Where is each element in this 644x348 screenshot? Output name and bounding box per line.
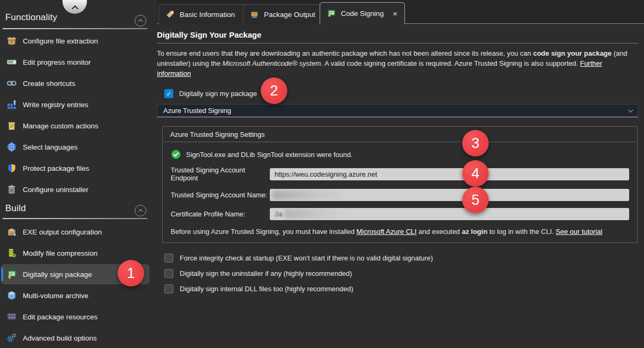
redacted-value-blur: [285, 210, 348, 219]
status-text: SignTool.exe and DLib SignTool extension…: [186, 151, 352, 159]
panel-collapse-button[interactable]: [63, 0, 87, 14]
sidebar-item-label: Advanced build options: [23, 334, 97, 342]
page-title: Digitally Sign Your Package: [157, 30, 638, 39]
sidebar-item-exe-output-configuration[interactable]: EXE output configuration: [1, 221, 149, 242]
collapse-functionality-button[interactable]: [135, 15, 146, 27]
sidebar-item-label: Digitally sign package: [23, 271, 92, 279]
trash-icon: [6, 184, 17, 195]
sidebar-item-configure-file-extraction[interactable]: Configure file extraction: [1, 30, 149, 51]
tab-label: Basic Information: [180, 11, 235, 19]
azure-cli-note: Before using Azure Trusted Signing, you …: [171, 228, 629, 236]
tab-basic-information[interactable]: Basic Information ×: [158, 4, 256, 24]
sidebar-item-multi-volume-archive[interactable]: Multi-volume archive: [1, 285, 149, 306]
certificate-profile-field-row: Certificate Profile Name: Ja: [171, 208, 629, 220]
group-title: Azure Trusted Signing Settings: [163, 127, 637, 142]
sidebar-item-label: Configure uninstaller: [23, 186, 89, 194]
digitally-sign-checkbox-row[interactable]: ✓ Digitally sign my package: [164, 89, 638, 98]
see-our-tutorial-link[interactable]: See our tutorial: [555, 228, 602, 236]
title-divider: [157, 43, 638, 44]
close-icon[interactable]: ×: [393, 10, 398, 18]
checkbox-label: Digitally sign the uninstaller if any (h…: [180, 269, 352, 277]
endpoint-field-row: Trusted Signing Account Endpoint: [171, 166, 629, 182]
trusted-signing-account-name-input[interactable]: [270, 189, 629, 201]
progress-bar-icon: [6, 57, 17, 67]
annotation-badge-5: 5: [462, 187, 489, 213]
sidebar: Functionality Configure file extraction …: [0, 0, 157, 348]
box-icon: [6, 36, 17, 46]
annotation-badge-4: 4: [462, 160, 489, 187]
main-panel: Digitally Sign Your Package To ensure en…: [157, 24, 638, 300]
sidebar-item-label: Create shortcuts: [23, 80, 75, 88]
force-integrity-check-checkbox-row[interactable]: Force integrity check at startup (EXE wo…: [164, 254, 638, 263]
sign-uninstaller-checkbox-row[interactable]: Digitally sign the uninstaller if any (h…: [164, 269, 638, 278]
tab-label: Code Signing: [341, 10, 384, 18]
certificate-profile-name-input[interactable]: Ja: [270, 208, 629, 220]
collapse-build-button[interactable]: [135, 205, 146, 216]
tab-code-signing[interactable]: Code Signing ×: [320, 2, 405, 24]
signing-options-list: Force integrity check at startup (EXE wo…: [157, 254, 638, 293]
sidebar-item-edit-package-resources[interactable]: Edit package resources: [1, 306, 149, 327]
check-circle-icon: [171, 150, 181, 159]
sidebar-item-manage-custom-actions[interactable]: Manage custom actions: [1, 115, 149, 136]
sidebar-item-label: Edit package resources: [23, 313, 98, 321]
exe-box-icon: [6, 227, 17, 237]
tab-label: Package Output: [264, 11, 315, 19]
sidebar-item-label: EXE output configuration: [23, 228, 102, 236]
tab-bar: Basic Information × Package Output × Cod…: [157, 0, 644, 24]
checkbox-checked-icon[interactable]: ✓: [164, 89, 173, 98]
chevron-up-icon: [138, 209, 143, 213]
sidebar-item-configure-uninstaller[interactable]: Configure uninstaller: [1, 179, 149, 200]
signtool-status-row: SignTool.exe and DLib SignTool extension…: [171, 150, 629, 159]
section-divider: [3, 218, 147, 219]
checkbox-unchecked-icon[interactable]: [164, 269, 173, 278]
sidebar-item-write-registry-entries[interactable]: Write registry entries: [1, 94, 149, 115]
certificate-icon: [327, 9, 336, 18]
checkbox-label: Digitally sign internal DLL files too (h…: [180, 285, 354, 293]
dropdown-selected-value: Azure Trusted Signing: [163, 107, 231, 115]
signing-method-dropdown[interactable]: Azure Trusted Signing: [157, 104, 638, 117]
checkbox-unchecked-icon[interactable]: [164, 254, 173, 263]
annotation-badge-1: 1: [118, 260, 144, 286]
chevron-up-icon: [138, 19, 143, 23]
shield-icon: [6, 163, 17, 173]
package-icon: [250, 10, 259, 19]
field-label: Trusted Signing Account Endpoint: [171, 166, 270, 182]
field-label: Trusted Signing Account Name:: [171, 191, 270, 199]
note-text: Before using Azure Trusted Signing, you …: [171, 228, 356, 236]
intro-italic: Microsoft Authenticode® system.: [223, 59, 323, 67]
redacted-value-blur: [272, 190, 352, 199]
tag-icon: [166, 10, 175, 19]
redacted-value-fragment: Ja: [275, 210, 283, 218]
sidebar-item-label: Protect package files: [23, 164, 89, 172]
checkbox-unchecked-icon[interactable]: [164, 284, 173, 293]
sidebar-item-label: Edit progress monitor: [23, 58, 91, 66]
sidebar-item-edit-progress-monitor[interactable]: Edit progress monitor: [1, 51, 149, 73]
microsoft-azure-cli-link[interactable]: Microsoft Azure CLI: [356, 228, 416, 236]
sidebar-item-advanced-build-options[interactable]: Advanced build options: [1, 327, 149, 348]
azure-trusted-signing-settings-group: Azure Trusted Signing Settings SignTool.…: [162, 126, 638, 243]
cube-icon: [6, 290, 17, 301]
intro-text: To ensure end users that they are downlo…: [157, 49, 533, 57]
registry-icon: [6, 99, 17, 110]
chevron-down-icon: [628, 107, 633, 112]
compression-icon: [6, 248, 17, 258]
intro-text: A valid code signing certificate is requ…: [323, 59, 580, 67]
checkbox-label: Force integrity check at startup (EXE wo…: [180, 254, 433, 262]
sidebar-item-label: Configure file extraction: [23, 37, 98, 45]
sidebar-item-label: Manage custom actions: [23, 122, 99, 130]
intro-paragraph: To ensure end users that they are downlo…: [157, 48, 638, 79]
sidebar-item-select-languages[interactable]: Select languages: [1, 136, 149, 158]
globe-icon: [6, 142, 17, 152]
sign-internal-dll-checkbox-row[interactable]: Digitally sign internal DLL files too (h…: [164, 284, 638, 293]
certificate-icon: [6, 269, 17, 280]
link-icon: [6, 78, 17, 89]
sidebar-item-label: Modify file compression: [23, 249, 98, 257]
intro-bold: code sign your package: [533, 49, 612, 57]
note-bold: az login: [462, 228, 487, 236]
section-divider: [3, 28, 147, 29]
sidebar-item-create-shortcuts[interactable]: Create shortcuts: [1, 73, 149, 94]
trusted-signing-endpoint-input-value[interactable]: [275, 170, 624, 178]
sidebar-item-label: Multi-volume archive: [23, 292, 89, 300]
sidebar-item-protect-package-files[interactable]: Protect package files: [1, 158, 149, 179]
trusted-signing-endpoint-input[interactable]: [270, 168, 629, 180]
